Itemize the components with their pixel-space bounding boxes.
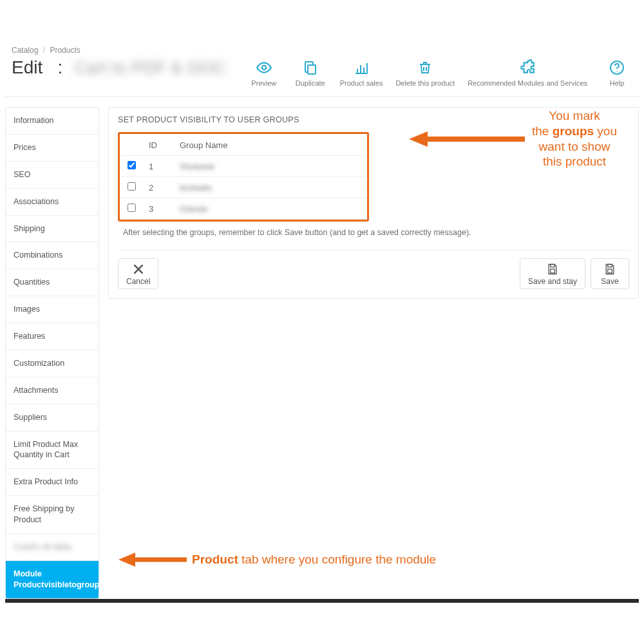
svg-marker-16 (409, 131, 428, 147)
annotation-groups: You mark the groups you want to show thi… (406, 108, 638, 169)
product-name-blurred: Cart to PDF & DOC (74, 58, 225, 78)
group-checkbox[interactable] (128, 161, 136, 169)
svg-rect-14 (608, 269, 612, 273)
floppy-icon (603, 263, 616, 276)
group-id: 1 (142, 156, 173, 177)
help-button[interactable]: Help (600, 59, 634, 87)
group-name-blurred: Visitante (180, 162, 214, 171)
group-name-blurred: Cliente (180, 204, 207, 214)
panel-action-bar: Cancel Save and stay Save (118, 250, 629, 289)
tab-free-shipping[interactable]: Free Shipping by Product (6, 496, 99, 534)
svg-rect-13 (608, 265, 612, 267)
toolbar: Preview Duplicate Product sales Delete t… (247, 59, 634, 87)
col-group-name: Group Name (173, 135, 366, 156)
arrow-left-icon (406, 129, 528, 149)
help-icon (608, 59, 626, 77)
duplicate-button[interactable]: Duplicate (294, 59, 327, 87)
content-area: Information Prices SEO Associations Ship… (5, 107, 639, 599)
eye-icon (255, 59, 273, 77)
tab-images[interactable]: Images (6, 296, 99, 323)
toolbar-label: Preview (251, 79, 276, 87)
tab-information[interactable]: Information (6, 108, 99, 135)
svg-point-0 (262, 66, 267, 70)
close-icon (132, 263, 145, 276)
tab-seo[interactable]: SEO (6, 162, 99, 189)
annotation-text: Product tab where you configure the modu… (192, 552, 436, 567)
tab-customization[interactable]: Customization (6, 350, 99, 377)
page-header: Edit : Cart to PDF & DOC Preview Duplica… (5, 57, 639, 97)
group-checkbox[interactable] (128, 204, 136, 212)
product-sales-button[interactable]: Product sales (340, 59, 383, 87)
group-id: 3 (142, 198, 173, 220)
copy-icon (301, 59, 319, 77)
page-title: Edit : Cart to PDF & DOC (12, 57, 226, 78)
group-id: 2 (142, 177, 173, 198)
button-label: Save and stay (528, 277, 577, 286)
product-tabs-sidebar: Information Prices SEO Associations Ship… (5, 107, 99, 599)
svg-rect-11 (551, 265, 555, 267)
col-id: ID (142, 135, 173, 156)
save-and-stay-button[interactable]: Save and stay (520, 258, 585, 289)
edit-label: Edit : (12, 57, 62, 78)
group-name-blurred: Invitado (180, 183, 212, 193)
groups-table-highlight: ID Group Name 1 Visitante (118, 132, 369, 222)
svg-rect-1 (308, 65, 316, 74)
floppy-icon (546, 263, 559, 276)
table-row: 3 Cliente (121, 198, 366, 220)
frame-bottom-strip (5, 599, 639, 603)
puzzle-icon (518, 59, 536, 77)
trash-icon (416, 59, 434, 77)
svg-marker-18 (118, 553, 135, 567)
annotation-text: You mark the groups you want to show thi… (532, 108, 617, 169)
svg-rect-12 (551, 269, 555, 273)
breadcrumb-separator: / (43, 46, 45, 55)
hint-text: After selecting the groups, remember to … (123, 228, 628, 237)
table-header-row: ID Group Name (121, 135, 366, 156)
group-checkbox[interactable] (128, 182, 136, 191)
save-button[interactable]: Save (591, 258, 629, 289)
arrow-left-icon (117, 551, 188, 568)
tab-size-chart-blurred[interactable]: Cuadro de tallas (6, 534, 99, 561)
breadcrumb-leaf[interactable]: Products (50, 46, 80, 55)
tab-features[interactable]: Features (6, 323, 99, 350)
breadcrumb-root[interactable]: Catalog (12, 46, 38, 55)
col-checkbox (121, 135, 142, 156)
app-frame: Catalog / Products Edit : Cart to PDF & … (0, 42, 644, 607)
toolbar-label: Recommended Modules and Services (468, 79, 587, 87)
svg-point-10 (616, 71, 617, 71)
button-label: Cancel (126, 277, 150, 286)
tab-shipping[interactable]: Shipping (6, 216, 99, 243)
tab-prices[interactable]: Prices (6, 135, 99, 162)
toolbar-label: Duplicate (296, 79, 325, 87)
toolbar-label: Help (610, 79, 625, 87)
annotation-product-tab: Product tab where you configure the modu… (117, 551, 436, 568)
tab-combinations[interactable]: Combinations (6, 242, 99, 269)
tab-quantities[interactable]: Quantities (6, 269, 99, 296)
browser-chrome-placeholder (0, 0, 644, 42)
toolbar-label: Product sales (340, 79, 383, 87)
tab-attachments[interactable]: Attachments (6, 377, 99, 404)
tab-module-productvisibletogroup[interactable]: Module Productvisibletogroup (6, 561, 99, 598)
tab-suppliers[interactable]: Suppliers (6, 404, 99, 431)
groups-table: ID Group Name 1 Visitante (121, 135, 366, 220)
main-panel-area: Set product visibility to user groups ID… (108, 107, 639, 599)
table-row: 2 Invitado (121, 177, 366, 198)
tab-extra-product-info[interactable]: Extra Product Info (6, 469, 99, 496)
toolbar-label: Delete this product (395, 79, 455, 87)
button-label: Save (601, 277, 618, 286)
preview-button[interactable]: Preview (247, 59, 281, 87)
bar-chart-icon (352, 59, 370, 77)
delete-product-button[interactable]: Delete this product (395, 59, 455, 87)
recommended-modules-button[interactable]: Recommended Modules and Services (468, 59, 587, 87)
breadcrumb: Catalog / Products (5, 42, 639, 57)
cancel-button[interactable]: Cancel (118, 258, 158, 289)
tab-limit-max-qty[interactable]: Limit Product Max Quantity in Cart (6, 431, 99, 469)
table-row: 1 Visitante (121, 156, 366, 177)
tab-associations[interactable]: Associations (6, 189, 99, 216)
